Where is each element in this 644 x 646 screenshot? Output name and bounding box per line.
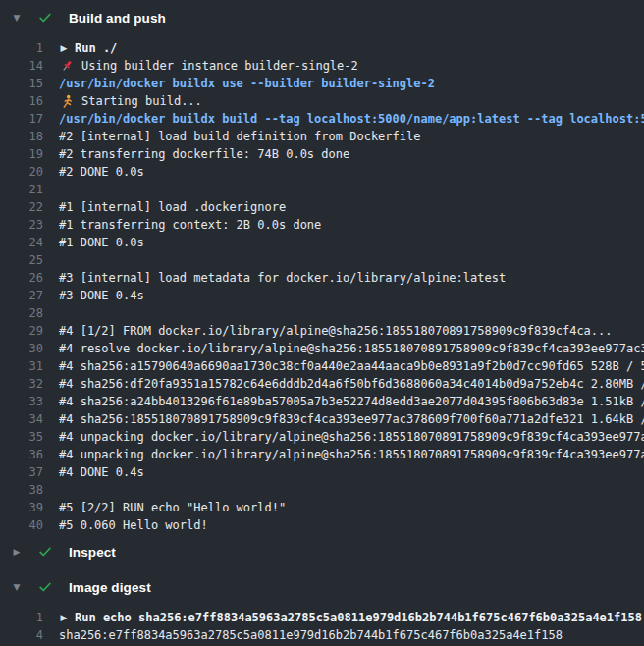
section-header-image-digest[interactable]: ▼Image digest: [0, 575, 644, 599]
log-text: #1 [internal] load .dockerignore: [59, 198, 286, 216]
section-header-inspect[interactable]: ▶Inspect: [0, 540, 644, 564]
section-image-digest: ▼Image digest1▶Run echo sha256:e7ff8834a…: [0, 575, 644, 644]
log-line: 15/usr/bin/docker buildx use --builder b…: [0, 75, 644, 92]
log-text: #4 unpacking docker.io/library/alpine@sh…: [59, 428, 644, 446]
log-line: 25: [0, 251, 644, 269]
chevron-down-icon: ▼: [10, 6, 24, 29]
log-text-content: #1 [internal] load .dockerignore: [59, 198, 286, 216]
log-line: 23#1 transferring context: 2B 0.0s done: [0, 216, 644, 234]
section-header-build-and-push[interactable]: ▼Build and push: [0, 6, 644, 29]
log-text: #2 transferring dockerfile: 74B 0.0s don…: [59, 145, 349, 163]
log-text-content: #3 DONE 0.4s: [59, 287, 144, 304]
log-text-content: Using builder instance builder-single-2: [81, 57, 358, 75]
section-build-and-push: ▼Build and push1▶Run ./14Using builder i…: [0, 0, 644, 534]
log-text-content: sha256:e7ff8834a5963a2785c5a0811e979d16b…: [59, 626, 563, 644]
log-text-content: #2 DONE 0.0s: [59, 163, 144, 181]
log-text: #1 DONE 0.0s: [59, 234, 144, 251]
log-line: 40#5 0.060 Hello world!: [0, 516, 644, 534]
log-line: 38: [0, 481, 644, 499]
line-number[interactable]: 1: [0, 39, 43, 57]
log-text: #4 sha256:a24bb4013296f61e89ba57005a7b3e…: [59, 393, 644, 410]
log-line: 14Using builder instance builder-single-…: [0, 57, 644, 75]
line-number[interactable]: 29: [0, 322, 43, 340]
line-number[interactable]: 16: [0, 92, 43, 110]
log-line: 4sha256:e7ff8834a5963a2785c5a0811e979d16…: [0, 626, 644, 644]
log-text: #1 transferring context: 2B 0.0s done: [59, 216, 321, 234]
workflow-log: ▼Build and push1▶Run ./14Using builder i…: [0, 0, 644, 644]
line-number[interactable]: 33: [0, 393, 43, 410]
log-line: 31#4 sha256:a15790640a6690aa1730c38cf0a4…: [0, 357, 644, 375]
line-number[interactable]: 32: [0, 375, 43, 393]
log-text-content: #1 transferring context: 2B 0.0s done: [59, 216, 321, 234]
line-number[interactable]: 1: [0, 609, 43, 626]
line-number[interactable]: 28: [0, 304, 43, 322]
log-line: 27#3 DONE 0.4s: [0, 287, 644, 304]
line-number[interactable]: 20: [0, 163, 43, 181]
line-number[interactable]: 19: [0, 145, 43, 163]
line-number[interactable]: 15: [0, 75, 43, 92]
log-text: #4 sha256:185518070891758909c9f839cf4ca3…: [59, 410, 644, 428]
line-number[interactable]: 40: [0, 516, 43, 534]
line-number[interactable]: 17: [0, 110, 43, 128]
line-number[interactable]: 23: [0, 216, 43, 234]
log-line: 39#5 [2/2] RUN echo "Hello world!": [0, 499, 644, 516]
log-text: #4 resolve docker.io/library/alpine@sha2…: [59, 340, 644, 357]
section-title: Image digest: [69, 580, 151, 595]
line-number[interactable]: 37: [0, 463, 43, 481]
line-number[interactable]: 4: [0, 626, 43, 644]
line-number[interactable]: 30: [0, 340, 43, 357]
log-line: 19#2 transferring dockerfile: 74B 0.0s d…: [0, 145, 644, 163]
log-text-content: Starting build...: [81, 92, 202, 110]
log-text-content: Run echo sha256:e7ff8834a5963a2785c5a081…: [75, 609, 642, 626]
log-line: 33#4 sha256:a24bb4013296f61e89ba57005a7b…: [0, 393, 644, 410]
log-line: 24#1 DONE 0.0s: [0, 234, 644, 251]
line-number[interactable]: 22: [0, 198, 43, 216]
log-line: 35#4 unpacking docker.io/library/alpine@…: [0, 428, 644, 446]
line-number[interactable]: 21: [0, 181, 43, 198]
log-text-content: #4 sha256:185518070891758909c9f839cf4ca3…: [59, 410, 644, 428]
section-title: Inspect: [69, 545, 116, 560]
log-text-content: #4 sha256:df20fa9351a15782c64e6dddb2d4a6…: [59, 375, 644, 393]
line-number[interactable]: 38: [0, 481, 43, 499]
log-text: #4 [1/2] FROM docker.io/library/alpine@s…: [59, 322, 613, 340]
log-text: #4 DONE 0.4s: [59, 463, 144, 481]
log-text: #3 DONE 0.4s: [59, 287, 144, 304]
log-text-content: #3 [internal] load metadata for docker.i…: [59, 269, 506, 287]
log-text-content: #5 0.060 Hello world!: [59, 516, 208, 534]
log-text: /usr/bin/docker buildx build --tag local…: [59, 110, 644, 128]
expand-play-icon[interactable]: ▶: [59, 609, 69, 626]
log-text: #3 [internal] load metadata for docker.i…: [59, 269, 506, 287]
log-text-content: #4 DONE 0.4s: [59, 463, 144, 481]
log-line: 22#1 [internal] load .dockerignore: [0, 198, 644, 216]
log-line: 37#4 DONE 0.4s: [0, 463, 644, 481]
line-number[interactable]: 18: [0, 128, 43, 145]
log-text-content: #4 sha256:a24bb4013296f61e89ba57005a7b3e…: [59, 393, 644, 410]
log-text: #2 DONE 0.0s: [59, 163, 144, 181]
log-line: 29#4 [1/2] FROM docker.io/library/alpine…: [0, 322, 644, 340]
line-number[interactable]: 25: [0, 251, 43, 269]
line-number[interactable]: 24: [0, 234, 43, 251]
section-inspect: ▶Inspect: [0, 540, 644, 564]
line-number[interactable]: 31: [0, 357, 43, 375]
log-line: 32#4 sha256:df20fa9351a15782c64e6dddb2d4…: [0, 375, 644, 393]
log-line: 16Starting build...: [0, 92, 644, 110]
log-line: 26#3 [internal] load metadata for docker…: [0, 269, 644, 287]
line-number[interactable]: 34: [0, 410, 43, 428]
line-number[interactable]: 39: [0, 499, 43, 516]
expand-play-icon[interactable]: ▶: [59, 39, 69, 57]
log-text: Using builder instance builder-single-2: [59, 57, 358, 75]
line-number[interactable]: 35: [0, 428, 43, 446]
section-title: Build and push: [69, 11, 166, 26]
chevron-right-icon: ▶: [10, 540, 24, 564]
line-number[interactable]: 27: [0, 287, 43, 304]
runner-icon: [59, 93, 76, 109]
log-lines: 1▶Run echo sha256:e7ff8834a5963a2785c5a0…: [0, 609, 644, 644]
log-text-content: /usr/bin/docker buildx build --tag local…: [59, 110, 644, 128]
line-number[interactable]: 36: [0, 446, 43, 463]
line-number[interactable]: 26: [0, 269, 43, 287]
log-line: 30#4 resolve docker.io/library/alpine@sh…: [0, 340, 644, 357]
log-text: #5 0.060 Hello world!: [59, 516, 208, 534]
log-text-content: Run ./: [75, 39, 117, 57]
line-number[interactable]: 14: [0, 57, 43, 75]
log-line: 28: [0, 304, 644, 322]
